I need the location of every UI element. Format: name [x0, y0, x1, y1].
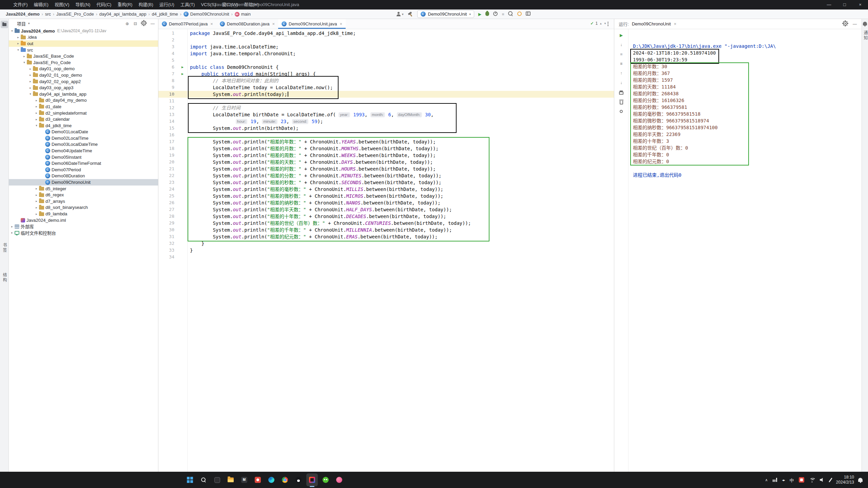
editor-tab[interactable]: CDemo07Period.java×	[158, 19, 216, 29]
chevron-down-icon[interactable]: ▾	[28, 22, 30, 25]
tree-chevron-icon[interactable]: ▸	[34, 187, 39, 190]
line-number[interactable]: 30	[158, 227, 187, 233]
line-number[interactable]: 26	[158, 199, 187, 206]
minimize-button[interactable]: —	[821, 0, 837, 9]
tree-item[interactable]: ▸d7_arrays	[9, 198, 158, 204]
tree-item[interactable]: ▸.idea	[9, 34, 158, 41]
tree-chevron-icon[interactable]: ▸	[22, 55, 27, 58]
tree-chevron-icon[interactable]: ▸	[28, 80, 33, 83]
taskbar-clock[interactable]: 18:10 2024/2/13	[833, 475, 857, 485]
notifications-bell-icon[interactable]	[863, 22, 867, 25]
line-number[interactable]: 17	[158, 138, 187, 145]
chevron-down-icon[interactable]: ▼	[604, 22, 606, 25]
chevron-up-icon[interactable]: ▲	[599, 22, 602, 25]
breadcrumb-item[interactable]: JavaSE_Pro_Code	[55, 12, 95, 17]
code-line[interactable]: System.out.println(birthDate);	[188, 125, 614, 132]
code-line[interactable]: System.out.println("相差的秒数：" + ChronoUnit…	[188, 179, 614, 186]
settings-button[interactable]	[843, 21, 847, 26]
line-number[interactable]: 9	[158, 84, 187, 91]
browser-app-icon[interactable]	[265, 472, 278, 488]
tree-item[interactable]: ▸d6_regex	[9, 192, 158, 198]
tree-item[interactable]: ▸d9_lambda	[9, 211, 158, 217]
run-line-icon[interactable]: ▶	[181, 71, 184, 77]
line-number[interactable]: 13	[158, 111, 187, 118]
run-config-selector[interactable]: CDemo09ChronoUnit▾	[417, 10, 474, 18]
notifications-tool-button[interactable]: 通知	[863, 31, 868, 41]
tree-item[interactable]: ▸JavaSE_Base_Code	[9, 53, 158, 59]
tree-chevron-icon[interactable]: ▸	[34, 212, 39, 216]
chrome-app-icon[interactable]	[278, 472, 292, 488]
pen-tray-icon[interactable]	[828, 472, 833, 488]
down-button[interactable]: ↓	[618, 80, 624, 86]
tree-item[interactable]: ▸day02_02_oop_app2	[9, 78, 158, 85]
line-number[interactable]: 20	[158, 159, 187, 165]
tab-options-button[interactable]	[607, 19, 614, 29]
code-line[interactable]: // 本地日期时间对象：此刻的	[188, 77, 614, 84]
markdown-app-icon[interactable]	[237, 472, 251, 488]
tree-chevron-icon[interactable]: ▾	[9, 29, 15, 33]
line-number[interactable]: 25	[158, 193, 187, 199]
line-number[interactable]: 14	[158, 118, 187, 125]
code-line[interactable]: hour: 19, minute: 23, second: 59);	[188, 118, 614, 125]
menu-n[interactable]: 导航(N)	[72, 0, 93, 9]
line-number[interactable]: 19	[158, 152, 187, 159]
code-line[interactable]: }	[188, 240, 614, 247]
rerun-button[interactable]: ▶	[618, 32, 624, 38]
tree-item[interactable]: ▸d2_simpledateformat	[9, 110, 158, 116]
tree-item[interactable]: CDemo06DateTimeFormat	[9, 160, 158, 167]
tree-item[interactable]: ▾Java2024_demoE:\Java2024_day01-11\Jav	[9, 28, 158, 34]
menu-c[interactable]: 代码(C)	[93, 0, 114, 9]
wechat-app-icon[interactable]	[319, 472, 332, 488]
tree-chevron-icon[interactable]: ▸	[34, 199, 39, 203]
tree-chevron-icon[interactable]: ▸	[34, 193, 39, 197]
hammer-button[interactable]	[408, 12, 413, 17]
tree-item[interactable]: CDemo09ChronoUnit	[9, 179, 158, 186]
tree-item[interactable]: CDemo01LocalDate	[9, 129, 158, 135]
tree-item[interactable]: CDemo08Duration	[9, 173, 158, 179]
tree-item[interactable]: ▾day04_api_lambda_app	[9, 91, 158, 97]
breadcrumb-item[interactable]: Java2024_demo	[5, 12, 41, 17]
tree-item[interactable]: ▾d4_jdk8_time	[9, 122, 158, 129]
project-tool-button[interactable]	[1, 21, 8, 28]
arrows-tray-icon[interactable]: ◂▸	[780, 472, 787, 488]
line-number[interactable]: 1	[158, 30, 187, 37]
tree-item[interactable]: ▸d8_sort_binarysearch	[9, 204, 158, 211]
code-line[interactable]: import java.time.temporal.ChronoUnit;	[188, 50, 614, 57]
tree-item[interactable]: ▸d5_integer	[9, 186, 158, 192]
tool-stripe-button-bookmarks[interactable]: 书签	[2, 243, 7, 253]
code-line[interactable]	[188, 57, 614, 64]
up-button[interactable]: ↑	[618, 70, 624, 76]
chevron-tray-icon[interactable]: ∧	[763, 472, 770, 488]
editor-tab[interactable]: CDemo08Duration.java×	[216, 19, 278, 29]
search-button[interactable]	[508, 11, 513, 17]
clear-button[interactable]	[618, 99, 624, 105]
stop-button[interactable]: ■	[502, 12, 504, 17]
run-line-icon[interactable]: ▶	[181, 64, 184, 71]
line-number[interactable]: 8	[158, 77, 187, 84]
pinkapp-app-icon[interactable]	[332, 472, 346, 488]
line-number[interactable]: 27	[158, 206, 187, 213]
tree-item[interactable]: CDemo02LocalTime	[9, 135, 158, 141]
tree-chevron-icon[interactable]: ▾	[34, 124, 39, 127]
softwrap-button[interactable]: ≡	[618, 61, 624, 67]
sync-button[interactable]	[517, 12, 522, 17]
tree-item[interactable]: ▾JavaSE_Pro_Code	[9, 59, 158, 66]
breadcrumb-item[interactable]: d4_jdk8_time	[151, 12, 179, 17]
code-line[interactable]	[188, 254, 614, 260]
line-number[interactable]: 33	[158, 247, 187, 254]
scroll-down-button[interactable]: ↓	[618, 42, 624, 48]
tree-item[interactable]: CDemo03LocalDateTime	[9, 141, 158, 148]
line-number[interactable]: 16	[158, 132, 187, 138]
breadcrumb-item[interactable]: mmain	[234, 12, 252, 17]
menu-b[interactable]: 构建(B)	[135, 0, 156, 9]
locate-button[interactable]: ⊕	[126, 21, 129, 26]
tree-item[interactable]: ▸外部库	[9, 223, 158, 230]
tree-item[interactable]: CDemo04UpdateTime	[9, 148, 158, 154]
close-icon[interactable]: ×	[340, 21, 342, 26]
tree-chevron-icon[interactable]: ▾	[28, 92, 33, 96]
tree-item[interactable]: ▸d0_day04_my_demo	[9, 97, 158, 104]
tree-item[interactable]: CDemo05Instant	[9, 154, 158, 160]
layout-button[interactable]	[526, 12, 531, 17]
line-number[interactable]: 12	[158, 104, 187, 111]
tree-chevron-icon[interactable]: ▾	[22, 61, 27, 64]
